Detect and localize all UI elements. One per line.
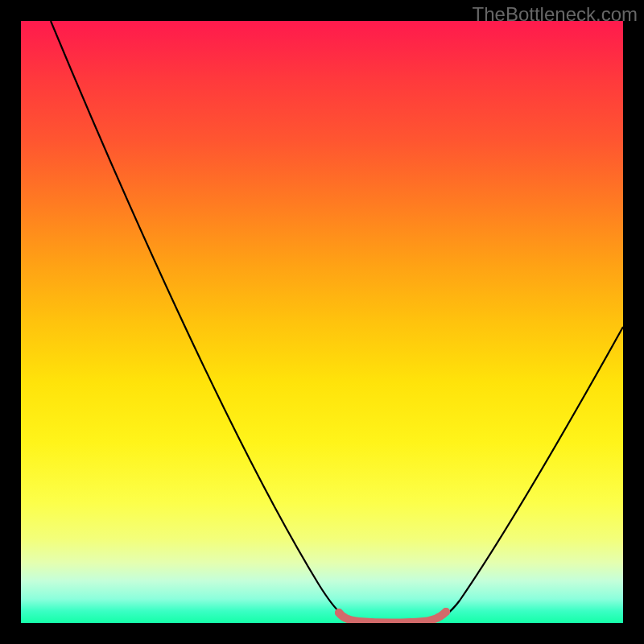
- bottleneck-curve-path: [51, 21, 623, 623]
- highlight-region-path: [339, 612, 446, 623]
- chart-frame: TheBottleneck.com: [0, 0, 644, 644]
- highlight-dot-left: [335, 609, 343, 617]
- chart-svg: [21, 21, 623, 623]
- watermark-text: TheBottleneck.com: [473, 3, 638, 26]
- highlight-dot-right: [442, 608, 450, 616]
